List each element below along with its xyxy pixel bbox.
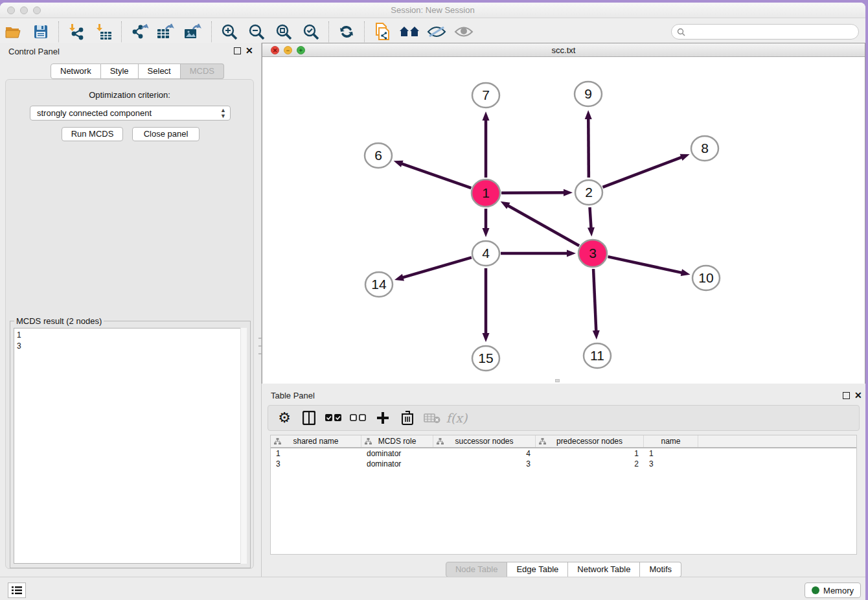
search-input[interactable] (685, 27, 858, 36)
table-settings-icon[interactable]: ⚙ (275, 408, 294, 428)
mcds-result-text[interactable]: 1 3 (14, 328, 247, 564)
import-table-icon[interactable] (93, 21, 115, 42)
list-icon (12, 586, 22, 595)
deselect-all-checkboxes-icon[interactable] (348, 408, 368, 428)
column-type-icon (437, 438, 444, 445)
window-title: Session: New Session (0, 5, 865, 15)
tab-style[interactable]: Style (101, 63, 139, 79)
export-network-icon[interactable] (128, 21, 150, 42)
refresh-view-icon[interactable] (336, 21, 358, 42)
function-builder-icon-disabled: f(x) (447, 408, 466, 428)
add-column-icon[interactable] (373, 408, 393, 428)
column-type-icon (274, 438, 281, 445)
hide-selected-icon[interactable] (426, 21, 448, 42)
float-panel-icon[interactable] (234, 47, 241, 54)
node-table[interactable]: shared name MCDS role successor nodes pr… (270, 435, 857, 555)
graph-node-label: 1 (482, 185, 490, 200)
export-table-icon[interactable] (155, 21, 177, 42)
cell-mcds-role[interactable]: dominator (361, 459, 433, 469)
column-header-successor-nodes[interactable]: successor nodes (433, 435, 536, 447)
toolbar-separator (364, 21, 365, 42)
tab-mcds[interactable]: MCDS (181, 63, 224, 79)
graph-node-label: 4 (482, 246, 490, 260)
graph-node-label: 8 (701, 141, 709, 156)
duplicate-network-icon[interactable] (371, 21, 393, 42)
graph-node-label: 9 (584, 86, 592, 101)
zoom-selected-icon[interactable] (300, 21, 322, 42)
close-table-panel-icon[interactable]: ✕ (854, 390, 862, 400)
control-panel: Control Panel ✕ Network Style Select MCD… (0, 43, 262, 577)
titlebar: Session: New Session (0, 3, 865, 18)
close-panel-icon[interactable]: ✕ (246, 45, 253, 56)
tab-network-table[interactable]: Network Table (568, 562, 640, 577)
table-panel-title: Table Panel (271, 391, 315, 400)
memory-label: Memory (823, 586, 854, 595)
table-toolbar: ⚙ f(x) (268, 405, 860, 431)
column-header-shared-name[interactable]: shared name (271, 435, 361, 447)
table-panel: Table Panel ✕ ⚙ (262, 386, 865, 577)
tab-node-table[interactable]: Node Table (446, 562, 508, 577)
graph-node-label: 11 (590, 348, 604, 363)
zoom-in-icon[interactable] (218, 21, 240, 42)
cytoscape-window: Session: New Session (0, 3, 865, 600)
tab-edge-table[interactable]: Edge Table (507, 562, 568, 577)
network-window-title: scc.txt (262, 45, 865, 55)
canvas-resize-grip[interactable] (555, 379, 560, 382)
apply-layout-icon[interactable] (398, 21, 420, 42)
cell-name[interactable]: 3 (644, 459, 698, 469)
search-field[interactable] (671, 24, 859, 40)
task-history-button[interactable] (8, 583, 26, 598)
run-mcds-button[interactable]: Run MCDS (62, 127, 123, 141)
table-row[interactable]: 3 dominator 3 2 3 (271, 459, 856, 469)
graph-node-label: 10 (698, 270, 713, 285)
result-scrollbar[interactable] (240, 328, 247, 564)
select-all-checkboxes-icon[interactable] (324, 408, 343, 428)
table-tabs: Node Table Edge Table Network Table Moti… (262, 562, 865, 577)
graph-node-label: 15 (478, 351, 493, 365)
column-header-mcds-role[interactable]: MCDS role (361, 435, 433, 447)
open-file-icon[interactable] (3, 21, 25, 42)
control-panel-header: Control Panel ✕ (0, 43, 261, 60)
cell-shared-name[interactable]: 3 (271, 459, 361, 469)
network-graph[interactable]: 7968124314101511 (262, 58, 865, 384)
main-toolbar (0, 19, 865, 45)
column-header-name[interactable]: name (644, 435, 698, 447)
chevron-up-down-icon: ▲▼ (220, 108, 226, 119)
cell-mcds-role[interactable]: dominator (361, 448, 433, 459)
optimization-criterion-select[interactable]: strongly connected component ▲▼ (30, 106, 231, 121)
zoom-fit-icon[interactable] (273, 21, 295, 42)
control-panel-title: Control Panel (8, 47, 60, 56)
export-image-icon[interactable] (183, 21, 205, 42)
toolbar-separator (211, 21, 212, 42)
column-type-icon (365, 438, 372, 445)
network-view-window: ✕ − + scc.txt 7968124314101511 (262, 43, 865, 384)
toolbar-separator (58, 21, 59, 42)
control-panel-tabs: Network Style Select MCDS (51, 63, 224, 79)
cell-successor-nodes[interactable]: 3 (433, 459, 536, 469)
tab-motifs[interactable]: Motifs (640, 562, 681, 577)
cell-name[interactable]: 1 (644, 448, 698, 459)
cell-predecessor-nodes[interactable]: 1 (536, 448, 644, 459)
delete-column-icon[interactable] (398, 408, 417, 428)
cell-shared-name[interactable]: 1 (271, 448, 361, 459)
table-header-row: shared name MCDS role successor nodes pr… (271, 435, 856, 448)
split-view-icon[interactable] (299, 408, 319, 428)
graph-node-label: 14 (371, 277, 387, 292)
column-header-predecessor-nodes[interactable]: predecessor nodes (536, 435, 644, 447)
save-session-icon[interactable] (30, 21, 52, 42)
float-table-panel-icon[interactable] (843, 392, 850, 399)
tab-network[interactable]: Network (51, 63, 101, 79)
application-window: Session: New Session (0, 0, 868, 600)
import-network-icon[interactable] (65, 21, 87, 42)
table-row[interactable]: 1 dominator 4 1 1 (271, 448, 856, 459)
zoom-out-icon[interactable] (246, 21, 268, 42)
cell-successor-nodes[interactable]: 4 (433, 448, 536, 459)
cell-predecessor-nodes[interactable]: 2 (536, 459, 644, 469)
memory-button[interactable]: Memory (805, 583, 861, 598)
graph-node-label: 6 (374, 148, 382, 163)
close-panel-button[interactable]: Close panel (132, 127, 200, 141)
tab-select[interactable]: Select (139, 63, 181, 79)
network-canvas[interactable]: 7968124314101511 (262, 58, 865, 384)
column-type-icon (539, 438, 546, 445)
show-all-icon[interactable] (453, 21, 475, 42)
